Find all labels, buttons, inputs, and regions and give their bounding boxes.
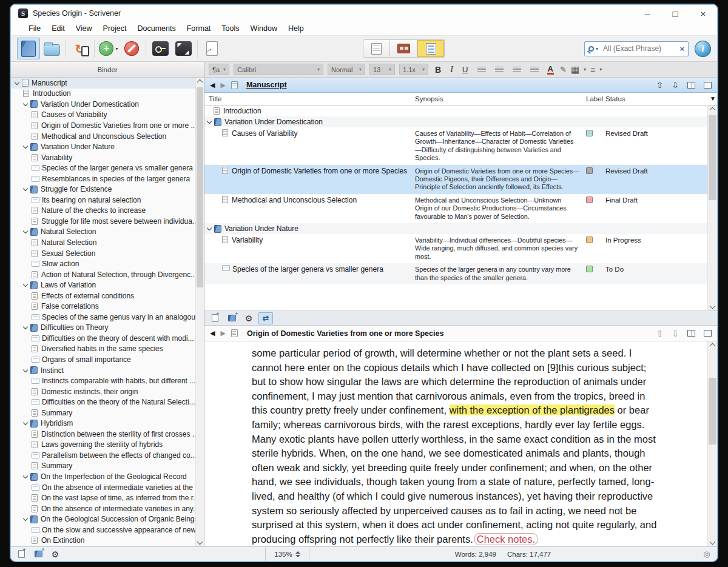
move-down-icon[interactable]: ⇩ [672, 81, 679, 89]
align-left-icon[interactable] [477, 67, 486, 73]
binder-item[interactable]: On the Geological Succession of Organic … [11, 514, 195, 525]
chevron-down-icon[interactable] [23, 187, 28, 192]
binder-item[interactable]: Diversified habits in the same species [11, 344, 195, 355]
menu-item-window[interactable]: Window [245, 24, 283, 33]
scrollbar-thumb[interactable] [709, 115, 716, 200]
binder-item[interactable]: Action of Natural Selection, through Div… [11, 269, 195, 280]
binder-item[interactable]: Species of the same genus vary in an ana… [11, 312, 195, 323]
add-item-button[interactable]: +▾ [97, 38, 120, 59]
label-color-swatch[interactable] [586, 196, 593, 203]
maximize-button[interactable]: □ [661, 5, 689, 22]
binder-item[interactable]: Laws governing the sterility of hybrids [11, 440, 195, 451]
align-center-icon[interactable] [495, 67, 504, 73]
chevron-down-icon[interactable] [23, 474, 28, 479]
binder-item[interactable]: Its bearing on natural selection [11, 195, 195, 206]
clear-search-icon[interactable]: × [679, 44, 684, 53]
settings-button[interactable]: ⚙ [48, 548, 62, 560]
back-arrow-icon[interactable]: ◀ [210, 329, 215, 337]
scroll-down-icon[interactable] [197, 539, 203, 545]
settings-button[interactable]: ⚙ [241, 312, 256, 324]
outliner-scrollbar[interactable] [707, 106, 717, 310]
binder-item[interactable]: On Extinction [11, 535, 195, 546]
binder-item[interactable]: Hybridism [11, 418, 195, 429]
menu-item-edit[interactable]: Edit [46, 24, 70, 33]
trash-button[interactable] [120, 38, 143, 59]
binder-item[interactable]: Struggle for life most severe between in… [11, 216, 195, 227]
binder-item[interactable]: Domestic instincts, their origin [11, 386, 195, 397]
binder-item[interactable]: Manuscript [11, 78, 195, 89]
scroll-up-icon[interactable] [197, 79, 203, 86]
underline-button[interactable]: U [460, 65, 471, 74]
label-color-swatch[interactable] [586, 266, 593, 272]
binder-item[interactable]: Instincts comparable with habits, but di… [11, 375, 195, 386]
sync-button[interactable]: ↻ [69, 38, 92, 59]
binder-item[interactable]: On the vast lapse of time, as inferred f… [11, 492, 195, 503]
binder-item[interactable]: Laws of Variation [11, 280, 195, 290]
close-button[interactable]: × [689, 5, 717, 22]
binder-item[interactable]: Species of the larger genera vs smaller … [11, 163, 195, 173]
font-size-select[interactable]: 13▾ [369, 64, 395, 75]
editor-scrollbar[interactable] [707, 341, 717, 546]
zoom-down-icon[interactable] [295, 555, 300, 557]
text-color-button[interactable]: A [547, 65, 554, 75]
add-folder-button[interactable] [224, 312, 239, 324]
chevron-down-icon[interactable] [23, 517, 28, 522]
chevron-down-icon[interactable] [15, 81, 19, 86]
binder-item[interactable]: On the Imperfection of the Geological Re… [11, 471, 195, 482]
binder-item[interactable]: Origin of Domestic Varieties from one or… [11, 120, 195, 131]
add-document-button[interactable] [207, 312, 222, 324]
bold-button[interactable]: B [433, 65, 443, 75]
zoom-up-icon[interactable] [295, 551, 300, 554]
binder-item[interactable]: Parallelism between the effects of chang… [11, 450, 195, 461]
align-justify-icon[interactable] [513, 67, 521, 73]
chevron-down-icon[interactable] [23, 102, 28, 107]
column-header-label[interactable]: Label [586, 95, 605, 102]
binder-item[interactable]: Organs of small importance [11, 354, 195, 365]
corkboard-view-button[interactable] [390, 39, 417, 58]
outliner-title[interactable]: Manuscript [246, 81, 287, 89]
outliner-view-button[interactable] [417, 39, 445, 58]
scroll-up-icon[interactable] [710, 107, 716, 113]
highlight-pencil-icon[interactable]: ✎ [560, 65, 567, 74]
scrollbar-thumb[interactable] [709, 378, 716, 445]
binder-toggle-button[interactable] [17, 38, 40, 59]
binder-item[interactable]: Slow action [11, 258, 195, 269]
zoom-stepper[interactable] [295, 551, 300, 557]
menu-item-project[interactable]: Project [98, 24, 132, 33]
binder-item[interactable]: Causes of Variability [11, 110, 195, 121]
font-preset-select[interactable]: Normal▾ [328, 64, 365, 75]
chevron-down-icon[interactable]: ▾ [584, 67, 586, 72]
binder-item[interactable]: Nature of the checks to increase [11, 206, 195, 216]
add-folder-button[interactable] [31, 548, 46, 560]
outliner-row[interactable]: Variation Under Domestication [204, 116, 707, 127]
scroll-down-icon[interactable] [710, 303, 716, 309]
outliner-row[interactable]: Variation Under Nature [204, 223, 707, 234]
forward-arrow-icon[interactable]: ▶ [220, 329, 225, 337]
editor-text-area[interactable]: some particular period of growth, will d… [204, 341, 707, 546]
minimize-button[interactable]: – [633, 5, 661, 22]
scrollbar-thumb[interactable] [197, 87, 203, 287]
outliner-row[interactable]: Introduction [204, 106, 707, 116]
binder-item[interactable]: Resemblances in species of the larger ge… [11, 173, 195, 184]
forward-arrow-icon[interactable]: ▶ [220, 81, 225, 89]
column-header-status[interactable]: Status [605, 95, 707, 102]
single-pane-icon[interactable] [704, 330, 712, 337]
compose-mode-button[interactable] [172, 38, 195, 59]
split-view-icon[interactable] [687, 82, 695, 89]
binder-item[interactable]: Struggle for Existence [11, 184, 195, 195]
target-icon[interactable]: ◎ [703, 549, 710, 559]
binder-item[interactable]: Methodical and Unconscious Selection [11, 131, 195, 142]
binder-item[interactable]: Natural Selection [11, 227, 195, 238]
binder-item[interactable]: Effects of external conditions [11, 290, 195, 301]
document-view-button[interactable] [363, 39, 390, 58]
binder-item[interactable]: On the slow and successive appearance of… [11, 525, 195, 535]
italic-button[interactable]: I [448, 65, 456, 75]
binder-scrollbar[interactable] [195, 78, 204, 546]
outliner-row[interactable]: Origin of Domestic Varieties from one or… [204, 165, 707, 194]
inspector-info-button[interactable]: i [695, 41, 711, 57]
binder-item[interactable]: Introduction [11, 89, 195, 99]
columns-menu-icon[interactable]: ▼ [710, 95, 716, 102]
sync-selection-button[interactable]: ⇄ [258, 312, 273, 324]
search-input[interactable] [602, 44, 679, 53]
column-header-title[interactable]: Title [204, 95, 415, 102]
